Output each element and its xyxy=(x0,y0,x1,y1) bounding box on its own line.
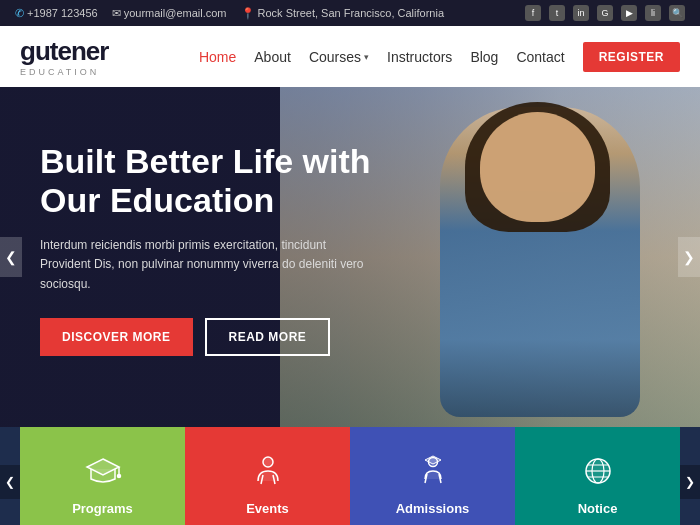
logo: gutener EDUCATION xyxy=(20,36,108,77)
events-icon xyxy=(246,449,290,493)
card-admissions[interactable]: Admissions xyxy=(350,427,515,525)
read-more-button[interactable]: READ MORE xyxy=(205,318,331,356)
cards-container: Programs Events xyxy=(20,427,680,525)
svg-point-3 xyxy=(263,457,273,467)
phone-icon: ✆ xyxy=(15,7,24,20)
nav-blog[interactable]: Blog xyxy=(470,49,498,65)
google-icon[interactable]: G xyxy=(597,5,613,21)
register-button[interactable]: REGISTER xyxy=(583,42,680,72)
card-programs[interactable]: Programs xyxy=(20,427,185,525)
chevron-down-icon: ▾ xyxy=(364,52,369,62)
notice-label: Notice xyxy=(578,501,618,516)
top-bar: ✆ +1987 123456 ✉ yourmail@email.com 📍 Ro… xyxy=(0,0,700,26)
nav-courses-wrapper[interactable]: Courses ▾ xyxy=(309,49,369,65)
hero-prev-arrow[interactable]: ❮ xyxy=(0,237,22,277)
svg-point-2 xyxy=(117,474,120,477)
email-address: yourmail@email.com xyxy=(124,7,227,19)
cards-next-arrow[interactable]: ❯ xyxy=(680,465,700,499)
phone-info: ✆ +1987 123456 xyxy=(15,7,98,20)
programs-icon xyxy=(81,449,125,493)
main-nav: Home About Courses ▾ Instructors Blog Co… xyxy=(199,42,680,72)
location-icon: 📍 xyxy=(241,7,255,20)
nav-home[interactable]: Home xyxy=(199,49,236,65)
admissions-icon xyxy=(411,449,455,493)
instagram-icon[interactable]: in xyxy=(573,5,589,21)
card-notice[interactable]: Notice xyxy=(515,427,680,525)
hero-section: Built Better Life with Our Education Int… xyxy=(0,87,700,427)
youtube-icon[interactable]: ▶ xyxy=(621,5,637,21)
nav-courses-link[interactable]: Courses xyxy=(309,49,361,65)
discover-more-button[interactable]: DISCOVER MORE xyxy=(40,318,193,356)
admissions-label: Admissions xyxy=(396,501,470,516)
student-face xyxy=(480,112,595,222)
events-label: Events xyxy=(246,501,289,516)
email-info: ✉ yourmail@email.com xyxy=(112,7,227,20)
facebook-icon[interactable]: f xyxy=(525,5,541,21)
nav-about[interactable]: About xyxy=(254,49,291,65)
social-links: f t in G ▶ li 🔍 xyxy=(525,5,685,21)
hero-description: Interdum reiciendis morbi primis exercit… xyxy=(40,236,380,294)
cards-section: ❮ Programs xyxy=(0,427,700,525)
address-text: Rock Street, San Francisco, California xyxy=(258,7,444,19)
svg-marker-7 xyxy=(425,456,441,464)
search-icon[interactable]: 🔍 xyxy=(669,5,685,21)
notice-icon xyxy=(576,449,620,493)
linkedin-icon[interactable]: li xyxy=(645,5,661,21)
phone-number: +1987 123456 xyxy=(27,7,98,19)
logo-name: gutener xyxy=(20,36,108,67)
nav-contact[interactable]: Contact xyxy=(516,49,564,65)
email-icon: ✉ xyxy=(112,7,121,20)
twitter-icon[interactable]: t xyxy=(549,5,565,21)
card-events[interactable]: Events xyxy=(185,427,350,525)
hero-title: Built Better Life with Our Education xyxy=(40,142,420,220)
programs-label: Programs xyxy=(72,501,133,516)
hero-content: Built Better Life with Our Education Int… xyxy=(0,87,460,386)
hero-next-arrow[interactable]: ❯ xyxy=(678,237,700,277)
nav-instructors[interactable]: Instructors xyxy=(387,49,452,65)
hero-buttons: DISCOVER MORE READ MORE xyxy=(40,318,420,356)
cards-prev-arrow[interactable]: ❮ xyxy=(0,465,20,499)
logo-sub: EDUCATION xyxy=(20,67,108,77)
top-bar-left: ✆ +1987 123456 ✉ yourmail@email.com 📍 Ro… xyxy=(15,7,444,20)
header: gutener EDUCATION Home About Courses ▾ I… xyxy=(0,26,700,87)
address-info: 📍 Rock Street, San Francisco, California xyxy=(241,7,444,20)
